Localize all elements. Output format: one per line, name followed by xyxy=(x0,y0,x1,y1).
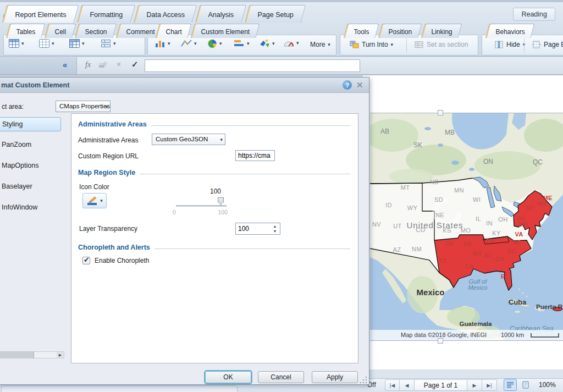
crosstab-icon xyxy=(69,39,80,48)
reading-mode-button[interactable]: Reading xyxy=(513,8,555,21)
dropdown-icon[interactable]: ▾ xyxy=(296,41,299,46)
insert-crosstab-button[interactable]: ▾ xyxy=(69,39,85,48)
dropdown-icon[interactable]: ▾ xyxy=(82,41,85,46)
scrollbar-right-arrow[interactable]: ▶ xyxy=(57,352,64,358)
dialog-nav-baselayer[interactable]: Baselayer xyxy=(0,180,61,194)
set-as-section-icon xyxy=(415,41,424,48)
custom-region-url-input[interactable] xyxy=(235,150,275,161)
enable-choropleth-checkbox[interactable]: ✔ xyxy=(82,257,90,264)
dialog-nav-styling[interactable]: Styling xyxy=(0,117,61,131)
dropdown-icon[interactable]: ▾ xyxy=(168,41,170,46)
tab-label: Custom Element xyxy=(201,28,250,36)
icon-color-slider-track[interactable] xyxy=(176,205,227,207)
dropdown-icon[interactable]: ▾ xyxy=(219,41,222,46)
dialog-nav-panzoom[interactable]: PanZoom xyxy=(0,138,61,152)
icon-color-picker-button[interactable]: ▾ xyxy=(82,193,107,208)
tab-page-setup[interactable]: Page Setup xyxy=(245,5,306,23)
stepper-up-icon[interactable]: ▲ xyxy=(271,224,279,229)
dropdown-icon[interactable]: ▾ xyxy=(113,41,116,46)
zoom-level[interactable]: 100% xyxy=(539,381,556,389)
ok-button[interactable]: OK xyxy=(205,371,251,383)
validate-formula-icon[interactable]: ✓ xyxy=(131,59,139,69)
page-break-button[interactable]: Page Br xyxy=(528,38,563,51)
dialog-nav-infowindow[interactable]: InfoWindow xyxy=(0,201,61,215)
cancel-formula-icon[interactable]: × xyxy=(117,60,121,69)
tab-custom-element[interactable]: Custom Element xyxy=(191,24,260,38)
tab-linking[interactable]: Linking xyxy=(421,24,462,38)
page-mode-button[interactable] xyxy=(519,379,532,391)
create-variable-icon[interactable] xyxy=(98,61,107,71)
element-resize-handle-top[interactable] xyxy=(438,110,443,115)
tab-section[interactable]: Section xyxy=(75,24,117,38)
tab-chart[interactable]: Chart xyxy=(156,24,192,38)
help-icon[interactable]: ? xyxy=(343,80,352,90)
collapse-panel-icon[interactable]: « xyxy=(63,60,67,69)
sidebar-horizontal-scrollbar[interactable]: ▶ xyxy=(0,351,64,358)
insert-gauge-chart-button[interactable]: ▾ xyxy=(283,39,299,47)
dialog-title-bar[interactable]: mat Custom Element ? ✕ xyxy=(0,78,369,93)
dropdown-icon[interactable]: ▾ xyxy=(100,198,103,203)
tab-tables[interactable]: Tables xyxy=(6,24,46,38)
tables-tab-bar: TablesCellSectionComment xyxy=(8,24,163,38)
dropdown-icon[interactable]: ▾ xyxy=(52,41,54,46)
canvas-margin xyxy=(363,369,563,378)
next-page-button[interactable]: ▶ xyxy=(467,379,482,391)
insert-pie-chart-button[interactable]: ▾ xyxy=(207,39,222,48)
tab-label: Section xyxy=(85,28,107,36)
quick-display-mode-button[interactable] xyxy=(504,379,517,391)
insert-bar-chart-button[interactable]: ▾ xyxy=(234,39,250,48)
set-as-section-button[interactable]: Set as section xyxy=(411,38,472,51)
formula-fx-icon[interactable]: fx xyxy=(85,60,91,69)
icon-color-slider-thumb[interactable] xyxy=(218,197,224,206)
map-label-ab: AB xyxy=(380,128,389,135)
insert-geo-map-button[interactable]: ▾ xyxy=(259,39,275,48)
map-label-id: ID xyxy=(385,202,392,208)
close-icon[interactable]: ✕ xyxy=(356,80,363,90)
tab-data-access[interactable]: Data Access xyxy=(134,5,197,23)
insert-line-chart-button[interactable]: ▾ xyxy=(181,39,197,48)
select-area-dropdown[interactable]: CMaps Properties ▾ xyxy=(56,101,111,112)
map-label-mexico: Mexico xyxy=(468,284,488,291)
dialog-resize-grip[interactable] xyxy=(359,376,368,384)
formula-input[interactable] xyxy=(145,59,360,72)
insert-vertical-table-button[interactable]: ▾ xyxy=(39,39,54,48)
geo-map-element[interactable]: ABSKMBONQCMTNDMNWIIDSDWYNVNEUTCOKSMOILIN… xyxy=(370,113,563,341)
tab-tools[interactable]: Tools xyxy=(344,24,379,38)
admin-areas-dropdown[interactable]: Custom GeoJSON ▾ xyxy=(152,134,225,145)
tab-position[interactable]: Position xyxy=(378,24,422,38)
insert-form-button[interactable]: ▾ xyxy=(101,39,116,48)
turn-into-button[interactable]: Turn Into ▾ xyxy=(346,38,397,51)
dropdown-icon: ▾ xyxy=(328,42,330,47)
previous-page-button[interactable]: ◀ xyxy=(400,379,415,391)
dropdown-icon[interactable]: ▾ xyxy=(247,41,250,46)
tab-analysis[interactable]: Analysis xyxy=(195,5,246,23)
tab-formatting[interactable]: Formatting xyxy=(77,5,135,23)
dropdown-icon[interactable]: ▾ xyxy=(272,41,275,46)
stepper-down-icon[interactable]: ▼ xyxy=(271,229,279,234)
layer-transparency-input[interactable] xyxy=(236,223,270,234)
insert-column-chart-button[interactable]: ▾ xyxy=(154,39,170,48)
cancel-button[interactable]: Cancel xyxy=(258,371,304,383)
map-label-sd: SD xyxy=(434,196,443,203)
scrollbar-thumb[interactable] xyxy=(0,352,34,358)
dialog-nav-mapoptions[interactable]: MapOptions xyxy=(0,159,61,173)
map-label-mb: MB xyxy=(445,129,455,136)
window-top-strip xyxy=(0,0,563,2)
last-page-button[interactable]: ▶| xyxy=(482,379,497,391)
map-label-sk: SK xyxy=(413,141,422,149)
dropdown-icon[interactable]: ▾ xyxy=(194,41,197,46)
section-title: Map Region Style xyxy=(78,169,135,176)
turn-into-icon xyxy=(350,41,359,48)
tab-report-elements[interactable]: Report Elements xyxy=(2,5,79,23)
first-page-button[interactable]: |◀ xyxy=(385,379,400,391)
paintbrush-icon xyxy=(86,196,98,206)
tab-behaviors[interactable]: Behaviors xyxy=(485,24,535,38)
apply-button[interactable]: Apply xyxy=(312,371,358,383)
element-resize-handle-bottom[interactable] xyxy=(438,338,443,344)
tab-cell[interactable]: Cell xyxy=(44,24,76,38)
column-chart-icon xyxy=(154,39,165,48)
hide-button[interactable]: Hide ▾ xyxy=(491,38,529,51)
dropdown-icon[interactable]: ▾ xyxy=(21,41,24,46)
more-charts-button[interactable]: More ▾ xyxy=(306,38,334,51)
insert-table-button[interactable]: ▾ xyxy=(9,39,24,48)
